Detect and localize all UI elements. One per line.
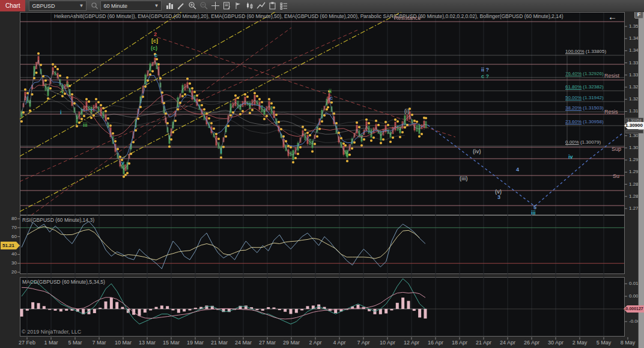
clipboard-icon[interactable] (267, 1, 278, 11)
time-axis-label: 12 Apr (404, 340, 419, 346)
level-label: Resis (604, 109, 618, 115)
time-axis-label: 29 Mar (283, 340, 300, 346)
wave-label: v (121, 160, 124, 166)
fib-price: (1.30079) (579, 139, 601, 145)
interval-value: 60 Minute (103, 3, 127, 9)
level-label: Sup (612, 146, 621, 152)
time-axis-label: 5 May (597, 340, 612, 346)
chevron-down-icon: ▼ (79, 3, 84, 8)
wave-label: (i) (404, 108, 410, 114)
macd-label: MACD(GBPUSD (60 Minute),5,34,5) (22, 279, 105, 285)
wave-label: i (220, 148, 222, 154)
time-axis-label: 13 Mar (139, 340, 156, 346)
pencil-icon[interactable] (175, 1, 187, 11)
time-axis-label: 24 Apr (500, 340, 515, 346)
time-axis-label: 7 Mar (92, 340, 106, 346)
wave-label: [c] (151, 38, 158, 44)
level-label: Resist (604, 73, 619, 79)
instrument-value: GBPUSD (32, 3, 55, 9)
time-axis-label: 5 Mar (68, 340, 82, 346)
rsi-axis-label: 20 (11, 269, 17, 275)
chart-trader-icon[interactable] (244, 1, 255, 11)
wave-label: (iii) (460, 176, 468, 182)
macd-panel[interactable] (20, 277, 625, 337)
zoom-out-icon[interactable] (198, 1, 210, 11)
wave-label: 4 (516, 166, 519, 172)
back-arrow-button[interactable]: ← (608, 11, 617, 22)
search-icon[interactable] (89, 1, 100, 11)
fib-label: 23.60% (1.30958) (565, 119, 604, 124)
wave-label: 2 (154, 31, 157, 37)
wave-label: i (60, 109, 62, 115)
rsi-axis-label: 70 (11, 225, 17, 230)
fib-pct: 0.00% (565, 139, 579, 145)
price-marker-lower (625, 130, 643, 133)
macd-value-tag: -0.000127 (624, 305, 644, 313)
zoom-in-icon[interactable] (187, 1, 198, 11)
level-label: Su (613, 173, 619, 179)
fib-label: 61.80% (1.32382) (565, 84, 604, 90)
fib-pct: 100.00% (565, 49, 585, 54)
rsi-axis-label: 30 (11, 260, 17, 266)
fib-price: (1.31942) (582, 95, 603, 100)
macd-axis-label: 0.01 (629, 281, 639, 286)
time-axis-label: 24 Mar (235, 340, 252, 346)
fib-pct: 50.00% (565, 95, 582, 100)
fib-label: 76.40% (1.32926) (565, 71, 604, 76)
rsi-label: RSI(GBPUSD (60 Minute),14,3) (22, 217, 94, 223)
level-label: Resistance (394, 15, 421, 21)
vertical-scrollbar[interactable] (638, 10, 644, 348)
zigzag-icon[interactable] (255, 1, 267, 11)
wave-label: ii (66, 82, 69, 88)
wave-label: ii (329, 88, 332, 94)
fib-pct: 76.40% (565, 71, 582, 76)
time-axis-label: 21 Mar (211, 340, 228, 346)
time-axis-label: 27 Mar (259, 340, 276, 346)
fib-label: 38.20% (1.31503) (565, 105, 604, 111)
interval-selector[interactable]: 60 Minute▼ (100, 1, 162, 11)
time-axis-label: 10 Apr (380, 340, 395, 346)
time-axis-label: 1 Mar (44, 340, 58, 346)
tab-chart[interactable]: Chart (0, 0, 25, 11)
rsi-axis-label: 40 (11, 251, 17, 257)
fib-price: (1.30958) (582, 119, 603, 124)
fib-price: (1.32382) (582, 84, 603, 90)
crosshair-icon[interactable] (210, 1, 221, 11)
wave-label: 3 (497, 194, 500, 200)
wave-label: c ? (481, 73, 489, 79)
rsi-panel[interactable] (20, 215, 625, 274)
fib-label: 0.00% (1.30079) (565, 139, 601, 145)
new-note-icon[interactable] (221, 1, 232, 11)
flag-icon[interactable] (232, 1, 244, 11)
time-axis-label: 10 Mar (115, 340, 132, 346)
time-axis-label: 26 Apr (524, 340, 539, 346)
wave-label: iv (568, 154, 573, 160)
chart-window: Chart GBPUSD▼ 60 Minute▼ HeikenAshi8(GBP… (0, 0, 644, 348)
fib-price: (1.32926) (582, 71, 603, 76)
rsi-value-tag: 51.21 (1, 242, 20, 249)
wave-label: (iv) (473, 148, 481, 154)
wave-label: ii (345, 151, 348, 157)
fib-pct: 61.80% (565, 84, 582, 90)
instrument-selector[interactable]: GBPUSD▼ (29, 1, 87, 11)
toolbar: Chart GBPUSD▼ 60 Minute▼ (0, 0, 644, 12)
time-axis-label: 18 Apr (452, 340, 467, 346)
fib-price: (1.31503) (582, 105, 603, 111)
fib-price: (1.33805) (585, 49, 606, 54)
bar-chart-icon[interactable] (164, 1, 175, 11)
fib-label: 100.00% (1.33805) (565, 49, 606, 54)
fib-pct: 38.20% (565, 105, 582, 111)
chevron-down-icon: ▼ (154, 3, 159, 8)
time-axis-label: 2 Apr (309, 340, 321, 346)
price-marker-upper: 1.30958 (625, 118, 643, 123)
rsi-axis-label: 60 (11, 234, 17, 239)
time-axis-label: 15 Mar (163, 340, 180, 346)
time-axis-label: 16 Apr (428, 340, 443, 346)
time-axis-label: 27 Feb (19, 340, 35, 346)
time-axis-label: 8 May (621, 340, 636, 346)
data-series-icon[interactable] (278, 1, 290, 11)
time-axis-label: 21 Apr (476, 340, 491, 346)
fib-label: 50.00% (1.31942) (565, 95, 604, 100)
main-chart-panel[interactable] (20, 12, 625, 215)
copyright-text: © 2019 NinjaTrader, LLC (22, 329, 81, 335)
